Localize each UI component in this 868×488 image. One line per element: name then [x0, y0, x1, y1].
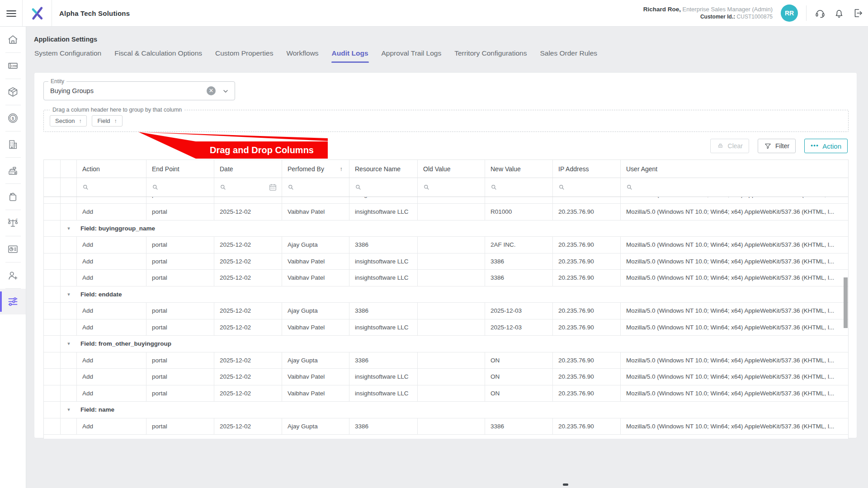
table-row[interactable]: Addportal2025-12-02Ajay Gupta3386338620.… [44, 418, 848, 435]
collapse-arrow-icon[interactable]: ▾ [61, 402, 77, 418]
group-row[interactable]: ▾Field: from_other_buyinggroup [44, 336, 848, 352]
table-body: Addportal2025-12-02Vaibhav Patelinsights… [44, 197, 848, 435]
group-row[interactable]: ▾Field: buyinggroup_name [44, 221, 848, 237]
avatar[interactable]: RR [781, 5, 798, 22]
support-headset-icon[interactable] [815, 8, 826, 19]
group-by-dropzone[interactable]: Drag a column header here to group by th… [43, 110, 849, 132]
cell-date: 2025-12-02 [214, 270, 282, 286]
clear-button[interactable]: Clear [710, 139, 749, 153]
horizontal-scrollbar-thumb[interactable] [563, 483, 568, 486]
row-selector-cell [61, 352, 77, 369]
cell-user_agent: Mozilla/5.0 (Windows NT 10.0; Win64; x64… [621, 418, 848, 435]
table-row[interactable]: Addportal2025-12-02Vaibhav Patelinsights… [44, 385, 848, 402]
column-label: User Agent [626, 165, 657, 173]
sidebar-item-crm[interactable]: CRM [0, 53, 26, 79]
filter-input-old_value[interactable] [418, 178, 485, 197]
table-row[interactable]: Addportal2025-12-02Vaibhav Patelinsights… [44, 369, 848, 385]
audit-logs-card: Entity Buying Groups ✕ Drag a column hea… [34, 72, 857, 438]
tab-workflows[interactable]: Workflows [286, 48, 319, 63]
table-row[interactable]: Addportal2025-12-02Vaibhav Patelinsights… [44, 270, 848, 286]
collapse-arrow-icon[interactable]: ▾ [61, 336, 77, 352]
cell-end_point: portal [146, 319, 214, 336]
column-header-old_value[interactable]: Old Value [418, 160, 485, 178]
logout-icon[interactable] [853, 8, 863, 19]
header-divider [806, 5, 807, 21]
vertical-scrollbar-thumb[interactable] [844, 277, 848, 328]
action-button[interactable]: ••• Action [804, 139, 848, 153]
group-chip-field[interactable]: Field↑ [92, 115, 122, 127]
cell-new_value: ON [485, 385, 553, 402]
sort-ascending-icon[interactable]: ↑ [340, 165, 349, 172]
column-header-performed_by[interactable]: Perfomed By↑ [282, 160, 349, 178]
filter-input-end_point[interactable] [146, 178, 214, 197]
entity-select[interactable]: Entity Buying Groups ✕ [43, 81, 235, 100]
cell-performed_by: Vaibhav Patel [282, 204, 349, 220]
table-row[interactable]: Addportal2025-12-02Ajay Gupta33862AF INC… [44, 237, 848, 253]
group-row[interactable]: ▾Field: enddate [44, 286, 848, 303]
filter-button[interactable]: Filter [758, 139, 796, 153]
filter-input-performed_by[interactable] [282, 178, 349, 197]
sidebar-item-products[interactable] [0, 79, 26, 105]
sidebar-item-add-user[interactable] [0, 263, 26, 288]
svg-text:C: C [16, 218, 18, 221]
table-row[interactable]: Addportal2025-12-02Vaibhav Patelinsights… [44, 319, 848, 336]
tab-sales-order-rules[interactable]: Sales Order Rules [539, 48, 598, 63]
clear-selection-icon[interactable]: ✕ [207, 86, 216, 95]
table-row[interactable]: Addportal2025-12-02Vaibhav Patelinsights… [44, 204, 848, 221]
table-row[interactable]: Addportal2025-12-02Vaibhav Patelinsights… [44, 197, 848, 204]
sidebar-item-reports[interactable] [0, 236, 26, 262]
column-header-date[interactable]: Date [214, 160, 282, 178]
cell-ip_address: 20.235.76.90 [553, 204, 621, 220]
group-chip-section[interactable]: Section↑ [50, 115, 87, 127]
user-info[interactable]: Richard Roe, Enterprise Sales Manager (A… [643, 6, 773, 20]
tab-system-configuration[interactable]: System Configuration [34, 48, 102, 63]
filter-input-action[interactable] [77, 178, 146, 197]
balance-scale-icon: DC [7, 217, 19, 229]
column-header-new_value[interactable]: New Value [485, 160, 553, 178]
column-header-user_agent[interactable]: User Agent [621, 160, 848, 178]
hamburger-menu-icon[interactable] [5, 8, 17, 19]
table-row[interactable]: Addportal2025-12-02Vaibhav Patelinsights… [44, 253, 848, 270]
chip-label: Section [55, 117, 75, 124]
cell-user_agent: Mozilla/5.0 (Windows NT 10.0; Win64; x64… [621, 385, 848, 402]
search-icon [355, 184, 362, 191]
sidebar-item-home[interactable] [0, 27, 26, 52]
collapse-arrow-icon[interactable]: ▾ [61, 286, 77, 303]
filter-input-user_agent[interactable] [621, 178, 848, 197]
group-row[interactable]: ▾Field: name [44, 402, 848, 418]
cell-action: Add [77, 418, 146, 435]
tab-audit-logs[interactable]: Audit Logs [331, 48, 369, 63]
tab-territory-configurations[interactable]: Territory Configurations [454, 48, 527, 63]
filter-input-new_value[interactable] [485, 178, 553, 197]
column-header-resource_name[interactable]: Resource Name [349, 160, 418, 178]
sidebar-item-cash-register[interactable] [0, 158, 26, 183]
sidebar-item-application-settings[interactable] [0, 289, 26, 314]
filter-input-resource_name[interactable] [349, 178, 418, 197]
svg-text:CRM: CRM [11, 65, 17, 67]
office-building-icon [7, 138, 19, 150]
sidebar-item-revenue[interactable]: $ [0, 105, 26, 131]
row-expander-cell [44, 237, 61, 253]
notifications-bell-icon[interactable] [834, 8, 844, 19]
tab-fiscal-calculation-options[interactable]: Fiscal & Calculation Options [114, 48, 203, 63]
chevron-down-icon[interactable] [222, 88, 229, 95]
sidebar-item-debit-credit[interactable]: DC [0, 210, 26, 236]
column-header-end_point[interactable]: End Point [146, 160, 214, 178]
filter-input-date[interactable] [214, 178, 282, 197]
selector-column-header [61, 160, 77, 178]
sidebar-item-company[interactable] [0, 131, 26, 157]
tab-approval-trail-logs[interactable]: Approval Trail Logs [381, 48, 442, 63]
cell-old_value [418, 369, 485, 385]
cell-end_point: portal [146, 418, 214, 435]
column-header-ip_address[interactable]: IP Address [553, 160, 621, 178]
brand-x-logo-icon [29, 5, 45, 21]
column-header-action[interactable]: Action [77, 160, 146, 178]
table-row[interactable]: Addportal2025-12-02Ajay Gupta3386ON20.23… [44, 352, 848, 369]
table-row[interactable]: Addportal2025-12-02Ajay Gupta33862025-12… [44, 303, 848, 319]
filter-input-ip_address[interactable] [553, 178, 621, 197]
tab-custom-properties[interactable]: Custom Properties [215, 48, 274, 63]
calendar-icon[interactable] [269, 183, 277, 192]
entity-value: Buying Groups [50, 82, 94, 100]
sidebar-item-purchases[interactable] [0, 184, 26, 210]
collapse-arrow-icon[interactable]: ▾ [61, 221, 77, 237]
